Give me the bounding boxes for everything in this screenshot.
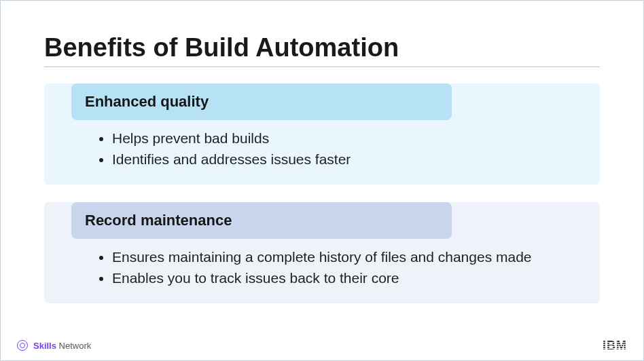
list-item: Enables you to track issues back to thei… bbox=[112, 268, 559, 288]
brand-skills-network: Skills Network bbox=[17, 340, 91, 351]
section-record-maintenance: Record maintenance Ensures maintaining a… bbox=[44, 202, 600, 303]
list-item: Ensures maintaining a complete history o… bbox=[112, 247, 559, 267]
slide-content: Benefits of Build Automation Enhanced qu… bbox=[1, 1, 643, 303]
slide-footer: Skills Network IBM bbox=[1, 336, 643, 355]
ibm-logo: IBM bbox=[603, 339, 627, 353]
section-enhanced-quality: Enhanced quality Helps prevent bad build… bbox=[44, 83, 600, 185]
slide-title: Benefits of Build Automation bbox=[44, 33, 600, 67]
bullet-list: Helps prevent bad builds Identifies and … bbox=[112, 128, 559, 170]
section-heading: Enhanced quality bbox=[71, 83, 452, 120]
skills-network-icon bbox=[17, 340, 28, 351]
section-heading: Record maintenance bbox=[71, 202, 452, 239]
bullet-list: Ensures maintaining a complete history o… bbox=[112, 247, 559, 288]
list-item: Identifies and addresses issues faster bbox=[112, 149, 559, 169]
brand-text: Skills Network bbox=[33, 341, 91, 351]
list-item: Helps prevent bad builds bbox=[112, 128, 559, 148]
